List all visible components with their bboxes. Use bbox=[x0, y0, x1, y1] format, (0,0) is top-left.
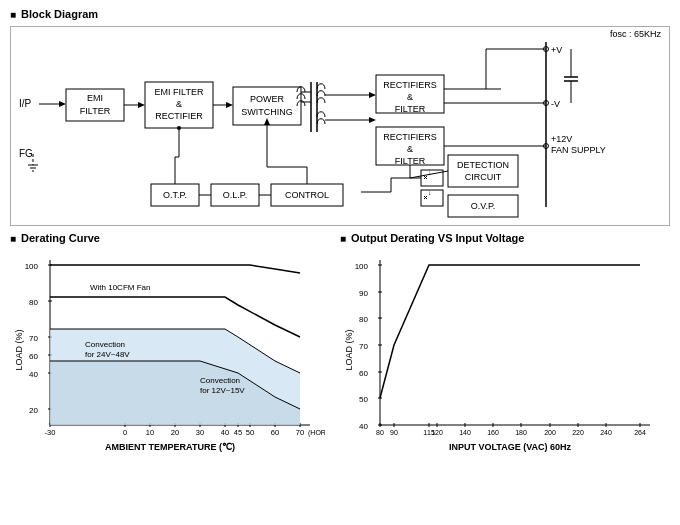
svg-text:EMI: EMI bbox=[87, 93, 103, 103]
svg-text:LOAD (%): LOAD (%) bbox=[14, 329, 24, 370]
svg-text:LOAD (%): LOAD (%) bbox=[344, 329, 354, 370]
output-derating-svg: LOAD (%) 100 90 80 70 60 bbox=[340, 250, 670, 460]
svg-marker-83 bbox=[264, 118, 270, 125]
svg-text:With 10CFM Fan: With 10CFM Fan bbox=[90, 283, 150, 292]
svg-text:70: 70 bbox=[359, 342, 368, 351]
svg-text:180: 180 bbox=[515, 429, 527, 436]
svg-text:220: 220 bbox=[572, 429, 584, 436]
svg-text:O.T.P.: O.T.P. bbox=[163, 190, 187, 200]
svg-text:0: 0 bbox=[123, 428, 127, 437]
svg-text:60: 60 bbox=[271, 428, 279, 437]
svg-text:264: 264 bbox=[634, 429, 646, 436]
svg-text:20: 20 bbox=[29, 406, 38, 415]
svg-text:80: 80 bbox=[376, 429, 384, 436]
svg-text:DETECTION: DETECTION bbox=[457, 160, 509, 170]
svg-text:80: 80 bbox=[359, 315, 368, 324]
svg-text:40: 40 bbox=[29, 370, 38, 379]
svg-text:CONTROL: CONTROL bbox=[285, 190, 329, 200]
svg-text:FAN SUPPLY: FAN SUPPLY bbox=[551, 145, 606, 155]
svg-text:AMBIENT TEMPERATURE (℃): AMBIENT TEMPERATURE (℃) bbox=[105, 442, 235, 452]
block-diagram-svg: I/P FG EMI FILTER EMI FILTER bbox=[11, 27, 671, 222]
svg-text:70: 70 bbox=[29, 334, 38, 343]
svg-text:O.V.P.: O.V.P. bbox=[471, 201, 496, 211]
svg-text:FILTER: FILTER bbox=[395, 104, 426, 114]
svg-text:FG: FG bbox=[19, 148, 33, 159]
svg-text:160: 160 bbox=[487, 429, 499, 436]
page: Block Diagram fosc : 65KHz I/P FG EMI FI… bbox=[0, 0, 680, 525]
svg-text:Convection: Convection bbox=[85, 340, 125, 349]
svg-marker-27 bbox=[369, 92, 376, 98]
svg-text:CIRCUIT: CIRCUIT bbox=[465, 172, 502, 182]
derating-curve-svg: LOAD (%) 100 80 70 60 40 20 -30 bbox=[10, 250, 325, 460]
svg-text:240: 240 bbox=[600, 429, 612, 436]
svg-marker-12 bbox=[138, 102, 145, 108]
svg-text:&: & bbox=[407, 92, 413, 102]
svg-text:40: 40 bbox=[359, 422, 368, 431]
svg-text:POWER: POWER bbox=[250, 94, 285, 104]
svg-text:I/P: I/P bbox=[19, 98, 32, 109]
svg-text:200: 200 bbox=[544, 429, 556, 436]
svg-text:10: 10 bbox=[146, 428, 154, 437]
derating-curve-section: Derating Curve LOAD (%) 100 80 70 60 bbox=[10, 232, 330, 492]
svg-text:SWITCHING: SWITCHING bbox=[241, 107, 293, 117]
svg-text:EMI FILTER: EMI FILTER bbox=[155, 87, 204, 97]
svg-text:100: 100 bbox=[355, 262, 369, 271]
svg-text:70: 70 bbox=[296, 428, 304, 437]
svg-text:40: 40 bbox=[221, 428, 229, 437]
svg-text:&: & bbox=[176, 99, 182, 109]
svg-text:RECTIFIER: RECTIFIER bbox=[155, 111, 203, 121]
svg-text:+V: +V bbox=[551, 45, 562, 55]
svg-text:90: 90 bbox=[390, 429, 398, 436]
svg-text:45: 45 bbox=[234, 428, 242, 437]
output-derating-section: Output Derating VS Input Voltage LOAD (%… bbox=[340, 232, 670, 492]
block-diagram-title: Block Diagram bbox=[10, 8, 670, 20]
svg-text:FILTER: FILTER bbox=[80, 106, 111, 116]
svg-text:140: 140 bbox=[459, 429, 471, 436]
svg-marker-33 bbox=[369, 117, 376, 123]
svg-marker-18 bbox=[226, 102, 233, 108]
svg-point-89 bbox=[177, 126, 181, 130]
svg-text:for 24V~48V: for 24V~48V bbox=[85, 350, 130, 359]
svg-marker-7 bbox=[59, 101, 66, 107]
svg-text:20: 20 bbox=[171, 428, 179, 437]
block-diagram-section: Block Diagram fosc : 65KHz I/P FG EMI FI… bbox=[10, 8, 670, 226]
svg-text:INPUT VOLTAGE (VAC) 60Hz: INPUT VOLTAGE (VAC) 60Hz bbox=[449, 442, 572, 452]
svg-text:80: 80 bbox=[29, 298, 38, 307]
svg-text:Convection: Convection bbox=[200, 376, 240, 385]
svg-text:30: 30 bbox=[196, 428, 204, 437]
svg-text:100: 100 bbox=[25, 262, 39, 271]
bottom-row: Derating Curve LOAD (%) 100 80 70 60 bbox=[10, 232, 670, 492]
svg-text:-30: -30 bbox=[45, 428, 56, 437]
svg-text:60: 60 bbox=[29, 352, 38, 361]
svg-text:60: 60 bbox=[359, 369, 368, 378]
svg-text:O.L.P.: O.L.P. bbox=[223, 190, 247, 200]
svg-text:FILTER: FILTER bbox=[395, 156, 426, 166]
svg-text:for 12V~15V: for 12V~15V bbox=[200, 386, 245, 395]
svg-text:50: 50 bbox=[246, 428, 254, 437]
derating-curve-title: Derating Curve bbox=[10, 232, 330, 244]
svg-text:+12V: +12V bbox=[551, 134, 572, 144]
output-derating-title: Output Derating VS Input Voltage bbox=[340, 232, 670, 244]
svg-text:(HORIZONTAL): (HORIZONTAL) bbox=[308, 429, 325, 437]
svg-text:RECTIFIERS: RECTIFIERS bbox=[383, 80, 437, 90]
svg-text:90: 90 bbox=[359, 289, 368, 298]
svg-text:120: 120 bbox=[431, 429, 443, 436]
svg-text:-V: -V bbox=[551, 99, 560, 109]
svg-text:&: & bbox=[407, 144, 413, 154]
svg-text:RECTIFIERS: RECTIFIERS bbox=[383, 132, 437, 142]
svg-text:↓: ↓ bbox=[428, 189, 432, 196]
svg-text:50: 50 bbox=[359, 395, 368, 404]
